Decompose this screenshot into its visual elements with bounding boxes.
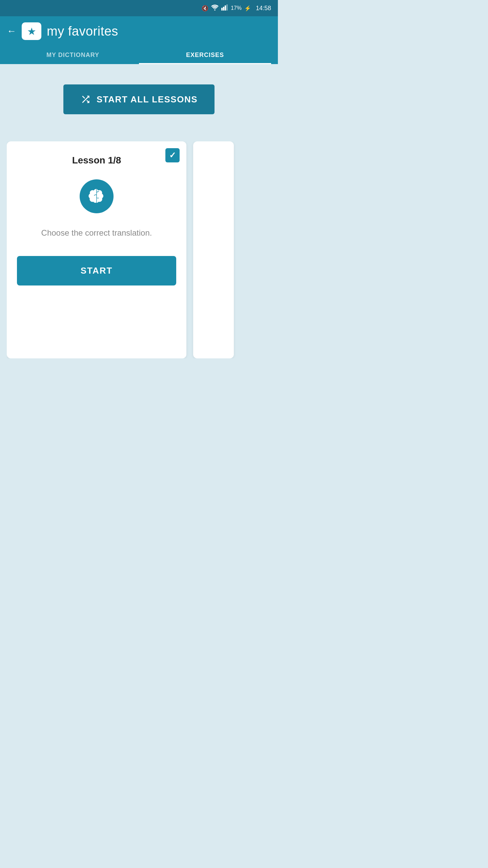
lesson-description: Choose the correct translation. [17, 227, 176, 239]
signal-icon [221, 4, 228, 12]
status-icons: 🔇 17% ⚡ 14:58 [202, 4, 271, 12]
lesson-card-next-peek [193, 141, 234, 358]
shuffle-icon [80, 94, 91, 105]
start-all-lessons-label: START ALL LESSONS [97, 94, 198, 105]
tab-exercises[interactable]: EXERCISES [139, 46, 271, 64]
favorites-icon-container: ★ [22, 22, 41, 40]
svg-point-0 [214, 9, 216, 11]
back-button[interactable]: ← [7, 26, 16, 36]
lesson-card: ✓ Lesson 1/8 Choose the correct translat… [7, 141, 186, 358]
start-all-lessons-button[interactable]: START ALL LESSONS [63, 84, 215, 114]
battery-icon: ⚡ [244, 5, 251, 12]
status-time: 14:58 [256, 5, 271, 12]
svg-rect-2 [223, 7, 224, 11]
tabs-container: MY DICTIONARY EXERCISES [7, 46, 271, 64]
header: ← ★ my favorites MY DICTIONARY EXERCISES [0, 16, 278, 64]
brain-icon-container [17, 179, 176, 213]
mute-icon: 🔇 [202, 5, 208, 12]
status-bar: 🔇 17% ⚡ 14:58 [0, 0, 278, 16]
lesson-title: Lesson 1/8 [17, 155, 176, 166]
brain-circle [80, 179, 114, 213]
battery-text: 17% [231, 5, 242, 11]
wifi-icon [211, 4, 219, 12]
svg-rect-3 [225, 5, 226, 11]
page-title: my favorites [47, 24, 118, 39]
svg-rect-1 [221, 8, 223, 11]
header-top: ← ★ my favorites [7, 22, 271, 46]
star-icon: ★ [27, 25, 36, 37]
svg-rect-4 [226, 4, 228, 11]
brain-icon [87, 186, 106, 206]
start-lesson-button[interactable]: START [17, 256, 176, 285]
checkmark-icon: ✓ [169, 151, 176, 160]
checkbox-checked[interactable]: ✓ [165, 148, 180, 162]
lesson-checkbox[interactable]: ✓ [165, 148, 180, 162]
cards-container: ✓ Lesson 1/8 Choose the correct translat… [7, 141, 271, 358]
tab-my-dictionary[interactable]: MY DICTIONARY [7, 46, 139, 64]
main-content: START ALL LESSONS ✓ Lesson 1/8 [0, 64, 278, 471]
